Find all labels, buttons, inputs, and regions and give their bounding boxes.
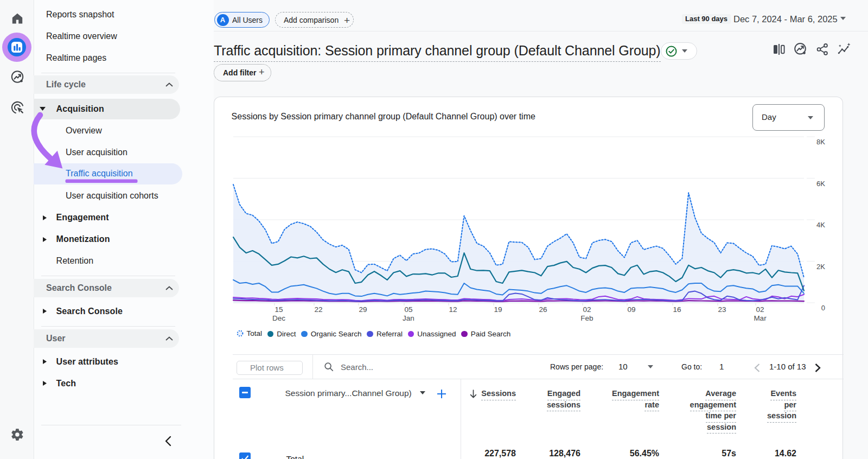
svg-text:Dec: Dec (272, 314, 285, 322)
svg-text:19: 19 (494, 305, 502, 314)
svg-text:12: 12 (449, 305, 457, 314)
svg-text:22: 22 (314, 305, 322, 314)
svg-text:02: 02 (583, 305, 591, 314)
svg-text:8K: 8K (816, 138, 825, 146)
svg-text:16: 16 (673, 305, 681, 314)
svg-text:Jan: Jan (403, 314, 414, 322)
svg-text:Mar: Mar (754, 314, 767, 322)
svg-text:05: 05 (404, 305, 412, 314)
svg-text:0: 0 (821, 304, 825, 312)
svg-text:15: 15 (275, 305, 283, 314)
svg-text:6K: 6K (816, 180, 825, 188)
svg-text:2K: 2K (816, 263, 825, 271)
svg-text:Feb: Feb (580, 314, 593, 322)
svg-text:4K: 4K (816, 221, 825, 229)
svg-text:09: 09 (627, 305, 635, 314)
svg-text:26: 26 (539, 305, 547, 314)
svg-text:02: 02 (756, 305, 764, 314)
svg-text:29: 29 (359, 305, 367, 314)
svg-text:23: 23 (718, 305, 726, 314)
